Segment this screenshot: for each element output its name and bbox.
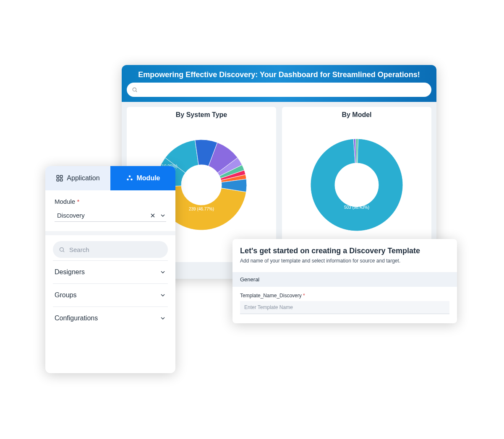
template-section-general: General [232,272,457,287]
tabs: Application Module [45,166,175,190]
field-label: Template_Name_Discovery * [240,293,449,299]
svg-rect-4 [57,179,59,181]
template-title: Let's get started on creating a Discover… [240,247,449,255]
required-asterisk: * [303,293,305,299]
search-input[interactable] [69,246,162,253]
chart-title: By System Type [131,111,272,119]
chevron-down-icon [159,292,166,299]
svg-point-8 [131,179,133,181]
template-subtitle: Add name of your template and select inf… [240,258,449,264]
accordion-configurations[interactable]: Configurations [53,307,168,330]
sidebar-content: Designers Groups Configurations [45,235,175,330]
donut-chart-model: 503 (98.43%) [286,122,427,248]
tab-label: Module [137,174,160,182]
dashboard-search[interactable] [127,83,431,97]
chevron-down-icon [159,269,166,275]
grid-icon [56,174,63,182]
accordion-label: Configurations [55,314,98,322]
template-panel: Let's get started on creating a Discover… [232,239,457,323]
field-label: Module * [55,198,166,205]
template-name-field: Template_Name_Discovery * [232,287,457,316]
svg-point-0 [133,88,136,91]
svg-point-6 [128,175,131,177]
svg-point-7 [127,179,129,181]
svg-line-12 [63,251,64,252]
module-icon [126,174,133,182]
svg-rect-5 [60,179,63,181]
template-name-input[interactable] [240,301,449,314]
chevron-down-icon [159,315,166,322]
template-header: Let's get started on creating a Discover… [232,247,457,270]
accordion-groups[interactable]: Groups [53,283,168,307]
tab-module[interactable]: Module [110,166,175,190]
tab-label: Application [67,174,99,182]
search-icon [59,247,65,253]
accordion-label: Designers [55,268,85,276]
accordion-designers[interactable]: Designers [53,260,168,283]
svg-line-1 [136,91,137,92]
dashboard-header: Empowering Effective Discovery: Your Das… [122,65,436,102]
select-value: Discovery [55,212,146,219]
chevron-down-icon[interactable] [159,212,166,219]
module-select[interactable]: Discovery [55,209,166,222]
tab-application[interactable]: Application [45,166,110,190]
svg-rect-2 [57,175,59,177]
required-asterisk: * [77,198,79,205]
svg-rect-3 [60,175,63,177]
svg-point-11 [60,247,64,251]
dashboard-title: Empowering Effective Discovery: Your Das… [138,70,420,79]
clear-icon[interactable] [149,212,156,219]
sidebar-search[interactable] [53,241,168,258]
module-select-section: Module * Discovery [45,190,175,235]
accordion-label: Groups [55,291,76,299]
search-icon [132,87,138,93]
chart-title: By Model [286,111,427,119]
sidebar-panel: Application Module Module * Discovery [45,166,175,373]
